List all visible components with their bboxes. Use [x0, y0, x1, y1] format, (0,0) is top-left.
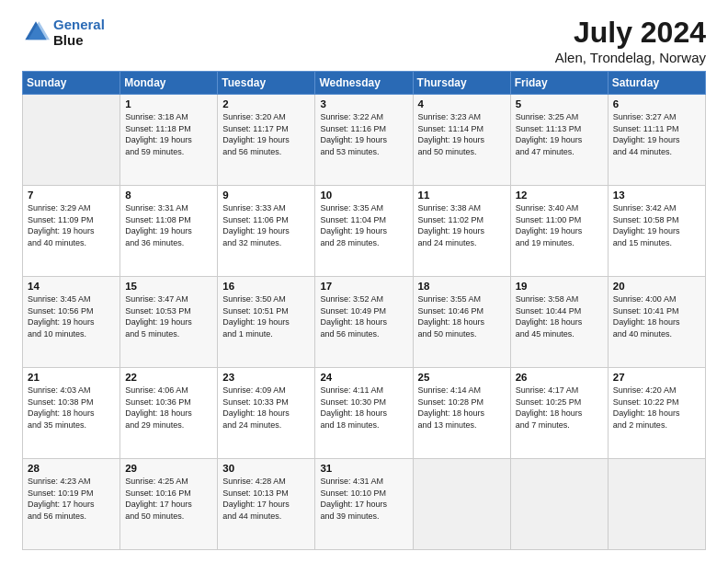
day-number: 2	[222, 98, 310, 109]
day-number: 17	[320, 281, 407, 292]
cell-content: Sunrise: 3:18 AM Sunset: 11:18 PM Daylig…	[125, 111, 212, 157]
cell-content: Sunrise: 3:45 AM Sunset: 10:56 PM Daylig…	[28, 293, 115, 339]
day-number: 30	[222, 463, 310, 474]
calendar-cell: 13Sunrise: 3:42 AM Sunset: 10:58 PM Dayl…	[608, 186, 705, 277]
calendar-cell: 17Sunrise: 3:52 AM Sunset: 10:49 PM Dayl…	[315, 277, 413, 368]
main-title: July 2024	[555, 17, 706, 49]
cell-content: Sunrise: 3:22 AM Sunset: 11:16 PM Daylig…	[320, 111, 407, 157]
cell-content: Sunrise: 3:42 AM Sunset: 10:58 PM Daylig…	[613, 202, 700, 248]
calendar-cell: 19Sunrise: 3:58 AM Sunset: 10:44 PM Dayl…	[510, 277, 608, 368]
logo: General Blue	[22, 17, 105, 49]
calendar-cell	[23, 95, 120, 186]
cell-content: Sunrise: 4:17 AM Sunset: 10:25 PM Daylig…	[516, 385, 603, 431]
day-number: 5	[516, 98, 603, 109]
header-day-thursday: Thursday	[413, 72, 510, 95]
calendar-cell: 15Sunrise: 3:47 AM Sunset: 10:53 PM Dayl…	[120, 277, 218, 368]
day-number: 10	[320, 190, 407, 201]
calendar-cell: 22Sunrise: 4:06 AM Sunset: 10:36 PM Dayl…	[120, 368, 218, 459]
cell-content: Sunrise: 4:14 AM Sunset: 10:28 PM Daylig…	[418, 385, 506, 431]
calendar-cell: 27Sunrise: 4:20 AM Sunset: 10:22 PM Dayl…	[608, 368, 705, 459]
day-number: 8	[125, 190, 212, 201]
calendar-cell: 21Sunrise: 4:03 AM Sunset: 10:38 PM Dayl…	[23, 368, 120, 459]
day-number: 21	[28, 372, 115, 383]
cell-content: Sunrise: 3:52 AM Sunset: 10:49 PM Daylig…	[320, 293, 407, 339]
calendar-cell: 5Sunrise: 3:25 AM Sunset: 11:13 PM Dayli…	[510, 95, 608, 186]
day-number: 31	[320, 463, 407, 474]
calendar-week-row: 28Sunrise: 4:23 AM Sunset: 10:19 PM Dayl…	[23, 459, 706, 550]
calendar-cell: 31Sunrise: 4:31 AM Sunset: 10:10 PM Dayl…	[315, 459, 413, 550]
calendar-cell: 28Sunrise: 4:23 AM Sunset: 10:19 PM Dayl…	[23, 459, 120, 550]
calendar-cell: 20Sunrise: 4:00 AM Sunset: 10:41 PM Dayl…	[608, 277, 705, 368]
header-day-tuesday: Tuesday	[218, 72, 315, 95]
cell-content: Sunrise: 3:23 AM Sunset: 11:14 PM Daylig…	[418, 111, 506, 157]
day-number: 24	[320, 372, 407, 383]
calendar-cell	[510, 459, 608, 550]
calendar-cell: 18Sunrise: 3:55 AM Sunset: 10:46 PM Dayl…	[413, 277, 510, 368]
day-number: 12	[516, 190, 603, 201]
day-number: 7	[28, 190, 115, 201]
cell-content: Sunrise: 3:35 AM Sunset: 11:04 PM Daylig…	[320, 202, 407, 248]
calendar-cell: 4Sunrise: 3:23 AM Sunset: 11:14 PM Dayli…	[413, 95, 510, 186]
header-day-monday: Monday	[120, 72, 218, 95]
day-number: 19	[516, 281, 603, 292]
calendar-cell: 9Sunrise: 3:33 AM Sunset: 11:06 PM Dayli…	[218, 186, 315, 277]
day-number: 13	[613, 190, 700, 201]
calendar-week-row: 7Sunrise: 3:29 AM Sunset: 11:09 PM Dayli…	[23, 186, 706, 277]
logo-icon	[22, 18, 50, 46]
cell-content: Sunrise: 4:00 AM Sunset: 10:41 PM Daylig…	[613, 293, 700, 339]
day-number: 26	[516, 372, 603, 383]
day-number: 15	[125, 281, 212, 292]
calendar-cell: 16Sunrise: 3:50 AM Sunset: 10:51 PM Dayl…	[218, 277, 315, 368]
calendar-week-row: 14Sunrise: 3:45 AM Sunset: 10:56 PM Dayl…	[23, 277, 706, 368]
day-number: 29	[125, 463, 212, 474]
cell-content: Sunrise: 3:27 AM Sunset: 11:11 PM Daylig…	[613, 111, 700, 157]
header-day-sunday: Sunday	[23, 72, 120, 95]
day-number: 23	[222, 372, 310, 383]
cell-content: Sunrise: 3:47 AM Sunset: 10:53 PM Daylig…	[125, 293, 212, 339]
cell-content: Sunrise: 3:40 AM Sunset: 11:00 PM Daylig…	[516, 202, 603, 248]
cell-content: Sunrise: 3:50 AM Sunset: 10:51 PM Daylig…	[222, 293, 310, 339]
cell-content: Sunrise: 4:03 AM Sunset: 10:38 PM Daylig…	[28, 385, 115, 431]
title-block: July 2024 Alen, Trondelag, Norway	[555, 17, 706, 65]
day-number: 18	[418, 281, 506, 292]
cell-content: Sunrise: 4:31 AM Sunset: 10:10 PM Daylig…	[320, 476, 407, 522]
calendar-cell: 12Sunrise: 3:40 AM Sunset: 11:00 PM Dayl…	[510, 186, 608, 277]
day-number: 4	[418, 98, 506, 109]
cell-content: Sunrise: 4:25 AM Sunset: 10:16 PM Daylig…	[125, 476, 212, 522]
calendar-header-row: SundayMondayTuesdayWednesdayThursdayFrid…	[23, 72, 706, 95]
cell-content: Sunrise: 4:09 AM Sunset: 10:33 PM Daylig…	[222, 385, 310, 431]
day-number: 22	[125, 372, 212, 383]
cell-content: Sunrise: 3:33 AM Sunset: 11:06 PM Daylig…	[222, 202, 310, 248]
cell-content: Sunrise: 4:06 AM Sunset: 10:36 PM Daylig…	[125, 385, 212, 431]
calendar-cell: 25Sunrise: 4:14 AM Sunset: 10:28 PM Dayl…	[413, 368, 510, 459]
calendar-cell: 11Sunrise: 3:38 AM Sunset: 11:02 PM Dayl…	[413, 186, 510, 277]
calendar-table: SundayMondayTuesdayWednesdayThursdayFrid…	[22, 71, 706, 550]
calendar-cell: 3Sunrise: 3:22 AM Sunset: 11:16 PM Dayli…	[315, 95, 413, 186]
cell-content: Sunrise: 3:29 AM Sunset: 11:09 PM Daylig…	[28, 202, 115, 248]
calendar-cell: 24Sunrise: 4:11 AM Sunset: 10:30 PM Dayl…	[315, 368, 413, 459]
calendar-cell: 29Sunrise: 4:25 AM Sunset: 10:16 PM Dayl…	[120, 459, 218, 550]
calendar-cell: 8Sunrise: 3:31 AM Sunset: 11:08 PM Dayli…	[120, 186, 218, 277]
calendar-cell	[608, 459, 705, 550]
cell-content: Sunrise: 3:38 AM Sunset: 11:02 PM Daylig…	[418, 202, 506, 248]
calendar-cell: 7Sunrise: 3:29 AM Sunset: 11:09 PM Dayli…	[23, 186, 120, 277]
day-number: 28	[28, 463, 115, 474]
calendar-cell: 10Sunrise: 3:35 AM Sunset: 11:04 PM Dayl…	[315, 186, 413, 277]
cell-content: Sunrise: 3:31 AM Sunset: 11:08 PM Daylig…	[125, 202, 212, 248]
calendar-cell: 26Sunrise: 4:17 AM Sunset: 10:25 PM Dayl…	[510, 368, 608, 459]
day-number: 11	[418, 190, 506, 201]
day-number: 16	[222, 281, 310, 292]
day-number: 6	[613, 98, 700, 109]
calendar-week-row: 1Sunrise: 3:18 AM Sunset: 11:18 PM Dayli…	[23, 95, 706, 186]
cell-content: Sunrise: 4:23 AM Sunset: 10:19 PM Daylig…	[28, 476, 115, 522]
calendar-cell	[413, 459, 510, 550]
day-number: 27	[613, 372, 700, 383]
cell-content: Sunrise: 4:28 AM Sunset: 10:13 PM Daylig…	[222, 476, 310, 522]
day-number: 9	[222, 190, 310, 201]
subtitle: Alen, Trondelag, Norway	[555, 50, 706, 65]
cell-content: Sunrise: 4:20 AM Sunset: 10:22 PM Daylig…	[613, 385, 700, 431]
day-number: 1	[125, 98, 212, 109]
calendar-cell: 1Sunrise: 3:18 AM Sunset: 11:18 PM Dayli…	[120, 95, 218, 186]
header-day-saturday: Saturday	[608, 72, 705, 95]
day-number: 14	[28, 281, 115, 292]
